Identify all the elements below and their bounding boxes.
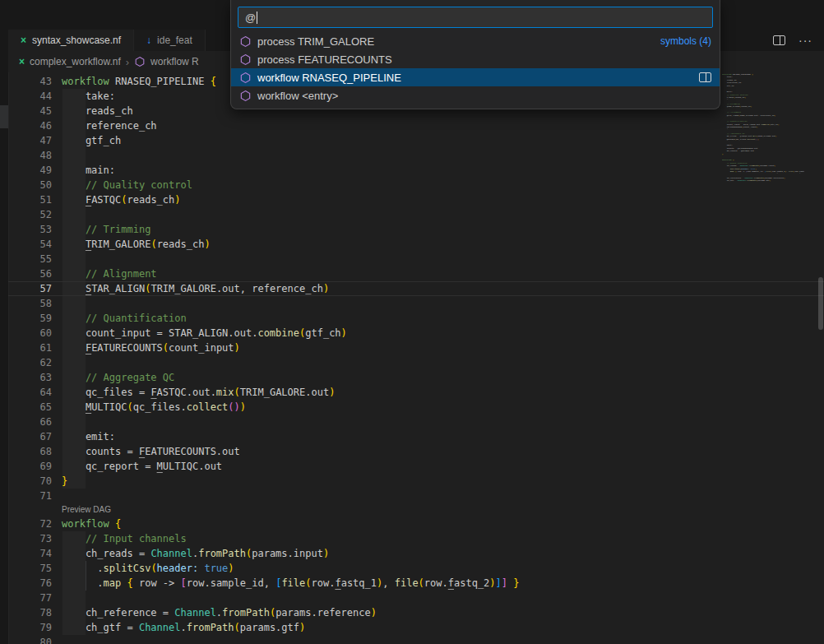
code-text: // Input channels bbox=[62, 531, 187, 546]
code-text: emit: bbox=[62, 429, 115, 444]
breadcrumb-symbol[interactable]: workflow R bbox=[150, 56, 199, 67]
code-line[interactable]: 68 counts = FEATURECOUNTS.out bbox=[8, 444, 824, 459]
code-line[interactable]: 58 bbox=[8, 296, 824, 311]
scrollbar-thumb[interactable] bbox=[818, 277, 823, 330]
code-line[interactable]: 73 // Input channels bbox=[8, 531, 824, 546]
code-line[interactable]: 67 emit: bbox=[8, 429, 824, 444]
code-text: workflow RNASEQ_PIPELINE { bbox=[62, 74, 216, 89]
code-line[interactable]: 50 // Quality control bbox=[8, 178, 824, 192]
line-number: 62 bbox=[8, 355, 52, 370]
code-line[interactable]: 74 ch_reads = Channel.fromPath(params.in… bbox=[8, 546, 824, 561]
code-line[interactable]: 47 gtf_ch bbox=[8, 133, 824, 148]
line-number: 67 bbox=[8, 429, 52, 444]
code-text: .splitCsv(header: true) bbox=[62, 561, 234, 576]
code-line[interactable]: 75 .splitCsv(header: true) bbox=[8, 561, 824, 576]
line-number: 64 bbox=[8, 385, 52, 400]
code-line[interactable]: 80 bbox=[8, 635, 824, 644]
code-line[interactable]: 56 // Alignment bbox=[8, 266, 824, 281]
code-text: STAR_ALIGN(TRIM_GALORE.out, reference_ch… bbox=[62, 281, 329, 296]
code-text: // Quantification bbox=[62, 311, 187, 326]
code-line[interactable]: 71 bbox=[8, 489, 824, 503]
download-icon: ↓ bbox=[146, 35, 151, 46]
quick-pick-item[interactable]: workflow RNASEQ_PIPELINE bbox=[231, 68, 720, 86]
line-number: 53 bbox=[8, 222, 52, 237]
code-line[interactable]: 51 FASTQC(reads_ch) bbox=[8, 192, 824, 207]
line-number: 61 bbox=[8, 341, 52, 355]
code-line[interactable]: 66 bbox=[8, 415, 824, 429]
codelens-preview-dag[interactable]: Preview DAG bbox=[8, 503, 824, 517]
line-number: 58 bbox=[8, 296, 52, 311]
line-number: 57 bbox=[8, 281, 52, 296]
line-number: 70 bbox=[8, 474, 52, 489]
left-rail-indicator[interactable] bbox=[0, 105, 8, 128]
line-number: 59 bbox=[8, 311, 52, 326]
line-number: 74 bbox=[8, 546, 52, 561]
symbol-icon bbox=[134, 56, 146, 67]
code-text: ch_gtf = Channel.fromPath(params.gtf) bbox=[62, 620, 305, 635]
quick-pick-item-label: process FEATURECOUNTS bbox=[257, 53, 392, 66]
line-number: 50 bbox=[8, 178, 52, 192]
code-text: reference_ch bbox=[62, 118, 157, 133]
line-number: 73 bbox=[8, 531, 52, 546]
code-line[interactable]: 65 MULTIQC(qc_files.collect()) bbox=[8, 400, 824, 415]
line-number: 49 bbox=[8, 163, 52, 178]
code-line[interactable]: 69 qc_report = MULTIQC.out bbox=[8, 459, 824, 474]
quick-pick-item[interactable]: process TRIM_GALOREsymbols (4) bbox=[231, 32, 720, 50]
code-text: count_input = STAR_ALIGN.out.combine(gtf… bbox=[62, 326, 347, 341]
open-to-side-icon[interactable] bbox=[699, 72, 711, 82]
code-line[interactable]: 48 bbox=[8, 148, 824, 163]
line-number: 65 bbox=[8, 400, 52, 415]
line-number: 52 bbox=[8, 207, 52, 222]
code-text: ch_reference = Channel.fromPath(params.r… bbox=[62, 605, 377, 620]
tab-ide-features[interactable]: ↓ ide_feat bbox=[134, 30, 206, 51]
quick-pick-item[interactable]: process FEATURECOUNTS bbox=[231, 50, 720, 68]
split-editor-icon[interactable] bbox=[773, 35, 785, 45]
code-text: main: bbox=[62, 163, 115, 178]
code-line[interactable]: 62 bbox=[8, 355, 824, 370]
code-text: take: bbox=[62, 89, 115, 104]
code-text: qc_files = FASTQC.out.mix(TRIM_GALORE.ou… bbox=[62, 385, 335, 400]
code-line[interactable]: 59 // Quantification bbox=[8, 311, 824, 326]
code-text: ch_reads = Channel.fromPath(params.input… bbox=[62, 546, 329, 561]
code-line[interactable]: 60 count_input = STAR_ALIGN.out.combine(… bbox=[8, 326, 824, 341]
line-number: 56 bbox=[8, 266, 52, 281]
code-text: qc_report = MULTIQC.out bbox=[62, 459, 222, 474]
line-number: 77 bbox=[8, 591, 52, 605]
symbol-icon bbox=[239, 90, 252, 102]
code-line[interactable]: 61 FEATURECOUNTS(count_input) bbox=[8, 341, 824, 355]
line-number: 44 bbox=[8, 89, 52, 104]
code-line[interactable]: 77 bbox=[8, 591, 824, 605]
line-number: 48 bbox=[8, 148, 52, 163]
code-line[interactable]: 55 bbox=[8, 252, 824, 266]
line-number: 68 bbox=[8, 444, 52, 459]
line-number: 75 bbox=[8, 561, 52, 576]
quick-open-input[interactable]: @ bbox=[238, 7, 713, 28]
code-line[interactable]: 54 TRIM_GALORE(reads_ch) bbox=[8, 237, 824, 252]
code-line[interactable]: 46 reference_ch bbox=[8, 118, 824, 133]
more-actions-icon[interactable]: ··· bbox=[799, 36, 812, 44]
quick-pick-list: process TRIM_GALOREsymbols (4)process FE… bbox=[231, 32, 720, 104]
code-line[interactable]: 76 .map { row -> [row.sample_id, [file(r… bbox=[8, 576, 824, 591]
code-line[interactable]: 78 ch_reference = Channel.fromPath(param… bbox=[8, 605, 824, 620]
code-line[interactable]: 70} bbox=[8, 474, 824, 489]
nextflow-icon: × bbox=[21, 35, 26, 46]
line-number: 63 bbox=[8, 370, 52, 385]
code-line[interactable]: 64 qc_files = FASTQC.out.mix(TRIM_GALORE… bbox=[8, 385, 824, 400]
quick-pick-item[interactable]: workflow <entry> bbox=[231, 86, 720, 104]
quick-pick-item-label: workflow <entry> bbox=[257, 90, 338, 102]
code-line[interactable]: 53 // Trimming bbox=[8, 222, 824, 237]
code-text: // Aggregate QC bbox=[62, 370, 174, 385]
line-number: 43 bbox=[8, 74, 52, 89]
code-line[interactable]: 72workflow { bbox=[8, 517, 824, 531]
text-caret bbox=[257, 12, 257, 24]
tab-syntax-showcase[interactable]: × syntax_showcase.nf bbox=[8, 30, 134, 51]
quick-pick-item-label: process TRIM_GALORE bbox=[257, 35, 374, 48]
code-editor[interactable]: 43workflow RNASEQ_PIPELINE {44 take:45 r… bbox=[8, 72, 824, 644]
code-line[interactable]: 57 STAR_ALIGN(TRIM_GALORE.out, reference… bbox=[8, 281, 824, 296]
code-line[interactable]: 52 bbox=[8, 207, 824, 222]
code-line[interactable]: 49 main: bbox=[8, 163, 824, 178]
code-line[interactable]: 79 ch_gtf = Channel.fromPath(params.gtf) bbox=[8, 620, 824, 635]
code-line[interactable]: 63 // Aggregate QC bbox=[8, 370, 824, 385]
code-text: workflow { bbox=[62, 517, 121, 531]
breadcrumb-file[interactable]: complex_workflow.nf bbox=[30, 56, 121, 67]
